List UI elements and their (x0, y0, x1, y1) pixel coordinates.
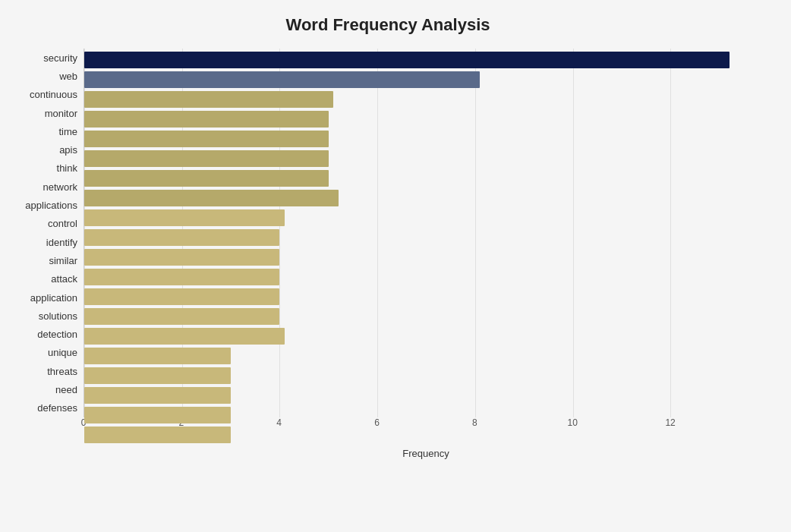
bar-monitor (84, 111, 329, 127)
bar-defenses (84, 427, 231, 443)
chart-title: Word Frequency Analysis (8, 15, 768, 35)
bar-attack (84, 288, 279, 305)
bar-row-apis (84, 149, 768, 168)
y-label-application: application (8, 288, 77, 307)
bar-security (84, 52, 730, 68)
y-label-defenses: defenses (8, 399, 77, 417)
bar-detection (84, 348, 231, 364)
bar-row-applications (84, 208, 768, 228)
chart-container: Word Frequency Analysis securitywebconti… (0, 0, 791, 532)
x-axis-label: Frequency (84, 448, 768, 459)
y-label-control: control (8, 215, 77, 233)
bar-row-unique (84, 366, 768, 386)
y-label-apis: apis (8, 140, 77, 159)
bar-row-control (84, 228, 768, 247)
bar-applications (84, 209, 285, 226)
bar-time (84, 131, 329, 147)
y-label-unique: unique (8, 344, 77, 362)
bar-row-security (84, 50, 768, 70)
bar-row-think (84, 168, 768, 188)
bar-think (84, 170, 329, 187)
bar-row-time (84, 129, 768, 149)
y-label-solutions: solutions (8, 307, 77, 325)
bar-apis (84, 150, 329, 167)
y-label-network: network (8, 178, 77, 196)
bar-row-identify (84, 247, 768, 267)
y-label-web: web (8, 67, 77, 85)
y-label-time: time (8, 122, 77, 140)
bar-row-solutions (84, 326, 768, 346)
bar-row-threats (84, 386, 768, 405)
chart-area: securitywebcontinuousmonitortimeapisthin… (8, 49, 768, 417)
bars-wrapper (84, 49, 768, 446)
bar-web (84, 71, 480, 88)
bar-similar (84, 269, 279, 285)
y-label-monitor: monitor (8, 104, 77, 122)
y-label-think: think (8, 159, 77, 178)
bars-grid (84, 49, 768, 417)
y-axis-labels: securitywebcontinuousmonitortimeapisthin… (8, 49, 84, 417)
bar-need (84, 407, 231, 423)
y-label-continuous: continuous (8, 86, 77, 104)
bar-row-similar (84, 267, 768, 287)
y-label-security: security (8, 49, 77, 67)
bar-row-monitor (84, 109, 768, 129)
bar-solutions (84, 328, 285, 345)
y-label-detection: detection (8, 325, 77, 343)
bar-row-network (84, 188, 768, 208)
bar-application (84, 308, 279, 325)
y-label-identify: identify (8, 233, 77, 251)
bar-row-attack (84, 287, 768, 307)
bar-row-web (84, 70, 768, 90)
bar-row-continuous (84, 90, 768, 109)
bar-network (84, 190, 339, 206)
bar-continuous (84, 91, 333, 108)
y-label-applications: applications (8, 196, 77, 214)
bar-row-detection (84, 346, 768, 366)
bar-row-defenses (84, 425, 768, 445)
bar-row-need (84, 405, 768, 425)
bar-unique (84, 367, 231, 384)
bar-identify (84, 249, 279, 266)
bar-row-application (84, 307, 768, 326)
y-label-similar: similar (8, 251, 77, 269)
bar-control (84, 229, 279, 246)
y-label-need: need (8, 380, 77, 398)
y-label-threats: threats (8, 362, 77, 380)
y-label-attack: attack (8, 270, 77, 288)
bar-threats (84, 387, 231, 404)
